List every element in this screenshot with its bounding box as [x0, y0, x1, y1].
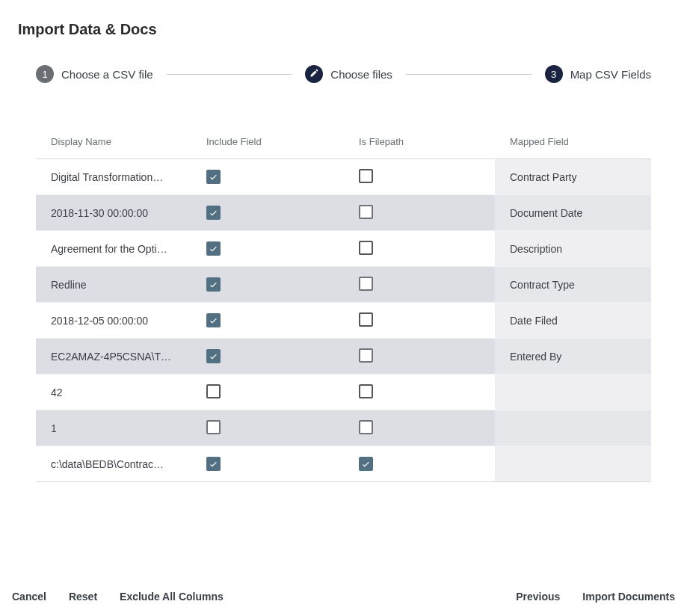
table-row: Agreement for the Opti…Description [36, 231, 651, 267]
display-name-cell: 1 [36, 422, 191, 434]
mapped-field-select[interactable] [495, 446, 651, 481]
include-checkbox[interactable] [206, 384, 221, 398]
display-name-cell: 42 [36, 386, 191, 398]
import-documents-button[interactable]: Import Documents [582, 591, 675, 603]
wizard-stepper: 1 Choose a CSV file Choose files 3 Map C… [15, 65, 672, 83]
filepath-cell [344, 384, 495, 401]
table-row: 42 [36, 375, 651, 410]
filepath-cell [344, 420, 495, 437]
display-name-cell: c:\data\BEDB\Contrac… [36, 458, 191, 470]
include-cell [191, 206, 344, 220]
step-connector [406, 74, 532, 75]
mapped-cell [495, 410, 651, 446]
step-choose-csv[interactable]: 1 Choose a CSV file [36, 65, 153, 83]
display-name-cell: 2018-11-30 00:00:00 [36, 207, 191, 219]
include-cell [191, 457, 344, 471]
display-name-cell: Redline [36, 279, 191, 291]
footer-bar: Cancel Reset Exclude All Columns Previou… [0, 577, 687, 616]
filepath-cell [344, 169, 495, 185]
mapped-cell [495, 446, 651, 481]
mapped-cell: Contract Type [495, 267, 651, 302]
include-checkbox[interactable] [206, 349, 221, 363]
display-name-cell: 2018-12-05 00:00:00 [36, 315, 191, 327]
table-header-row: Display Name Include Field Is Filepath M… [36, 125, 651, 159]
include-cell [191, 420, 344, 437]
step-connector [167, 74, 292, 75]
mapped-cell: Date Filed [495, 303, 651, 338]
filepath-checkbox[interactable] [359, 241, 373, 255]
filepath-cell [344, 277, 495, 293]
step-map-fields[interactable]: 3 Map CSV Fields [545, 65, 651, 83]
mapped-field-select[interactable]: Document Date [495, 195, 651, 230]
table-row: EC2AMAZ-4P5CSNA\T…Entered By [36, 339, 651, 375]
mapped-cell: Document Date [495, 195, 651, 230]
include-cell [191, 349, 344, 363]
exclude-all-button[interactable]: Exclude All Columns [120, 591, 224, 603]
cancel-button[interactable]: Cancel [12, 591, 46, 603]
col-header-mapped: Mapped Field [495, 136, 651, 147]
mapped-cell [495, 375, 651, 410]
include-checkbox[interactable] [206, 277, 221, 292]
include-checkbox[interactable] [206, 420, 221, 434]
col-header-display-name: Display Name [36, 136, 191, 147]
filepath-checkbox[interactable] [359, 348, 373, 363]
previous-button[interactable]: Previous [516, 591, 560, 603]
table-row: Digital Transformation…Contract Party [36, 159, 651, 195]
filepath-checkbox[interactable] [359, 420, 373, 434]
step3-circle: 3 [545, 65, 563, 83]
table-row: 2018-12-05 00:00:00Date Filed [36, 303, 651, 339]
mapped-field-select[interactable]: Date Filed [495, 303, 651, 338]
col-header-filepath: Is Filepath [344, 136, 495, 147]
step2-label: Choose files [330, 68, 392, 81]
table-row: c:\data\BEDB\Contrac… [36, 446, 651, 482]
mapped-cell: Description [495, 231, 651, 266]
include-cell [191, 384, 344, 401]
filepath-cell [344, 457, 495, 471]
mapped-field-select[interactable]: Contract Type [495, 267, 651, 302]
step-choose-files[interactable]: Choose files [305, 65, 392, 83]
filepath-cell [344, 205, 495, 221]
filepath-checkbox[interactable] [359, 169, 373, 183]
include-cell [191, 170, 344, 184]
filepath-cell [344, 312, 495, 329]
col-header-include: Include Field [191, 136, 344, 147]
step3-label: Map CSV Fields [570, 68, 651, 81]
include-checkbox[interactable] [206, 206, 221, 220]
step2-circle [305, 65, 323, 83]
filepath-checkbox[interactable] [359, 384, 373, 398]
table-row: 2018-11-30 00:00:00Document Date [36, 195, 651, 231]
filepath-cell [344, 348, 495, 365]
include-checkbox[interactable] [206, 457, 221, 471]
filepath-checkbox[interactable] [359, 277, 373, 291]
include-checkbox[interactable] [206, 170, 221, 184]
include-cell [191, 313, 344, 327]
mapped-cell: Entered By [495, 339, 651, 374]
include-checkbox[interactable] [206, 313, 221, 327]
display-name-cell: Digital Transformation… [36, 171, 191, 183]
mapping-table: Display Name Include Field Is Filepath M… [15, 125, 672, 482]
display-name-cell: EC2AMAZ-4P5CSNA\T… [36, 351, 191, 363]
table-row: RedlineContract Type [36, 267, 651, 303]
include-cell [191, 277, 344, 292]
filepath-cell [344, 241, 495, 257]
mapped-field-select[interactable] [495, 375, 651, 410]
include-cell [191, 241, 344, 256]
filepath-checkbox[interactable] [359, 205, 373, 219]
table-row: 1 [36, 410, 651, 446]
mapped-field-select[interactable]: Entered By [495, 339, 651, 374]
mapped-field-select[interactable]: Description [495, 231, 651, 266]
step1-label: Choose a CSV file [61, 68, 153, 81]
filepath-checkbox[interactable] [359, 457, 373, 471]
reset-button[interactable]: Reset [69, 591, 97, 603]
pencil-icon [309, 68, 319, 80]
mapped-field-select[interactable] [495, 410, 651, 446]
mapped-field-select[interactable]: Contract Party [495, 159, 651, 194]
mapped-cell: Contract Party [495, 159, 651, 194]
filepath-checkbox[interactable] [359, 312, 373, 327]
page-title: Import Data & Docs [18, 21, 672, 38]
include-checkbox[interactable] [206, 241, 221, 256]
step1-circle: 1 [36, 65, 54, 83]
display-name-cell: Agreement for the Opti… [36, 243, 191, 255]
